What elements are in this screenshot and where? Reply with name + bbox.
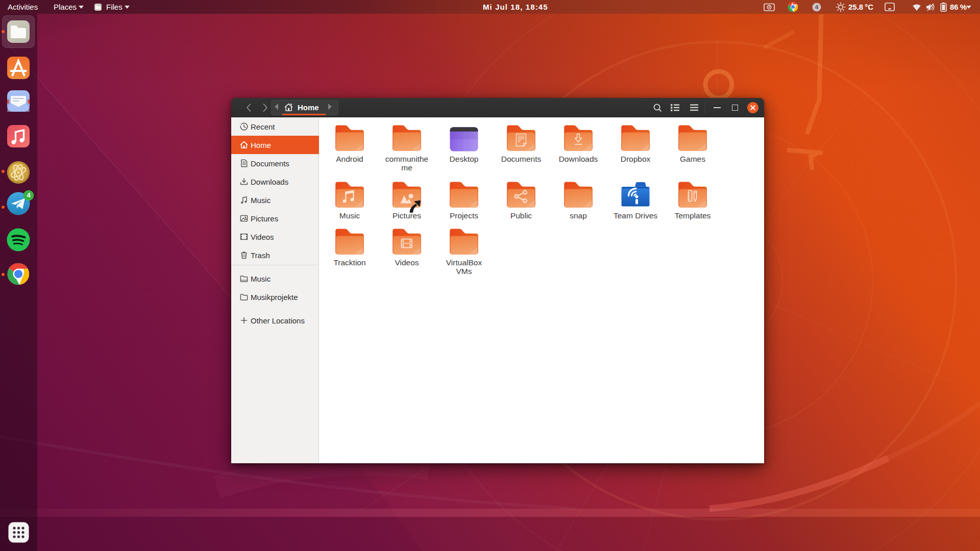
svg-text:4: 4 <box>27 191 31 199</box>
svg-text:4: 4 <box>815 4 819 10</box>
